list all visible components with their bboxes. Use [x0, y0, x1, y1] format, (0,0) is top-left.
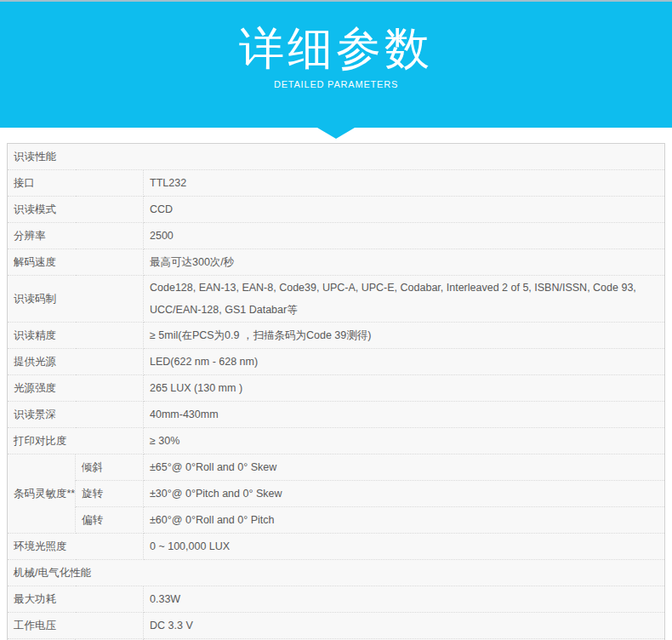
row-label: 提供光源 — [8, 349, 144, 375]
row-value: 265 LUX (130 mm ) — [144, 375, 665, 402]
row-value: 0 ~ 100,000 LUX — [144, 534, 665, 560]
table-group-row: 旋转 ±30°@ 0°Pitch and 0° Skew — [8, 481, 665, 507]
table-row: 提供光源 LED(622 nm - 628 nm) — [8, 349, 665, 375]
table-row: 识读精度 ≥ 5mil(在PCS为0.9 ，扫描条码为Code 39测得) — [8, 323, 665, 349]
row-label: 打印对比度 — [8, 428, 144, 454]
row-value: ±60°@ 0°Roll and 0° Pitch — [144, 507, 665, 534]
table-row: 识读模式 CCD — [8, 197, 665, 223]
detail-parameters-banner: 详细参数 DETAILED PARAMETERS — [0, 0, 672, 128]
table-section-row: 机械/电气化性能 — [8, 560, 665, 586]
row-label: 环境光照度 — [8, 534, 144, 560]
table-row: 接口 TTL232 — [8, 170, 665, 197]
table-row: 识读景深 40mm-430mm — [8, 402, 665, 428]
table-row: 最大功耗 0.33W — [8, 586, 665, 613]
row-value: ±65°@ 0°Roll and 0° Skew — [144, 454, 665, 481]
table-group-row: 条码灵敏度** 倾斜 ±65°@ 0°Roll and 0° Skew — [8, 454, 665, 481]
banner-title: 详细参数 — [0, 2, 672, 73]
banner-notch-triangle — [317, 128, 355, 139]
row-value: ±30°@ 0°Pitch and 0° Skew — [144, 481, 665, 507]
row-label: 工作电压 — [8, 613, 144, 639]
table-row: 分辨率 2500 — [8, 223, 665, 249]
group-sub-label: 偏转 — [76, 507, 144, 534]
group-sub-label: 倾斜 — [76, 454, 144, 481]
row-value: 最高可达300次/秒 — [144, 249, 665, 276]
spec-table-container: 识读性能 接口 TTL232 识读模式 CCD 分辨率 2500 解码速度 最高… — [7, 143, 665, 640]
row-label: 识读精度 — [8, 323, 144, 349]
row-value: Code128, EAN-13, EAN-8, Code39, UPC-A, U… — [144, 276, 665, 323]
table-row: 工作电压 DC 3.3 V — [8, 613, 665, 639]
row-label: 最大功耗 — [8, 586, 144, 613]
table-row: 识读码制 Code128, EAN-13, EAN-8, Code39, UPC… — [8, 276, 665, 323]
row-label: 光源强度 — [8, 375, 144, 402]
row-label: 分辨率 — [8, 223, 144, 249]
table-section-row: 识读性能 — [8, 144, 665, 170]
table-group-row: 偏转 ±60°@ 0°Roll and 0° Pitch — [8, 507, 665, 534]
group-sub-label: 旋转 — [76, 481, 144, 507]
row-value: 40mm-430mm — [144, 402, 665, 428]
table-row: 打印对比度 ≥ 30% — [8, 428, 665, 454]
row-label: 识读模式 — [8, 197, 144, 223]
table-row: 环境光照度 0 ~ 100,000 LUX — [8, 534, 665, 560]
row-value: DC 3.3 V — [144, 613, 665, 639]
table-row: 光源强度 265 LUX (130 mm ) — [8, 375, 665, 402]
row-value: 2500 — [144, 223, 665, 249]
row-value: ≥ 30% — [144, 428, 665, 454]
row-label: 接口 — [8, 170, 144, 197]
row-label: 解码速度 — [8, 249, 144, 276]
row-value: 0.33W — [144, 586, 665, 613]
row-label: 识读码制 — [8, 276, 144, 323]
section-title: 机械/电气化性能 — [8, 560, 665, 586]
row-value: LED(622 nm - 628 nm) — [144, 349, 665, 375]
row-label: 识读景深 — [8, 402, 144, 428]
table-row: 解码速度 最高可达300次/秒 — [8, 249, 665, 276]
row-value: ≥ 5mil(在PCS为0.9 ，扫描条码为Code 39测得) — [144, 323, 665, 349]
section-title: 识读性能 — [8, 144, 665, 170]
banner-subtitle: DETAILED PARAMETERS — [0, 79, 672, 89]
row-value: CCD — [144, 197, 665, 223]
spec-table: 识读性能 接口 TTL232 识读模式 CCD 分辨率 2500 解码速度 最高… — [7, 143, 665, 640]
row-value: TTL232 — [144, 170, 665, 197]
product-detail-page: { "colors": { "banner_background": "#0eb… — [0, 0, 672, 640]
group-label: 条码灵敏度** — [8, 454, 76, 534]
